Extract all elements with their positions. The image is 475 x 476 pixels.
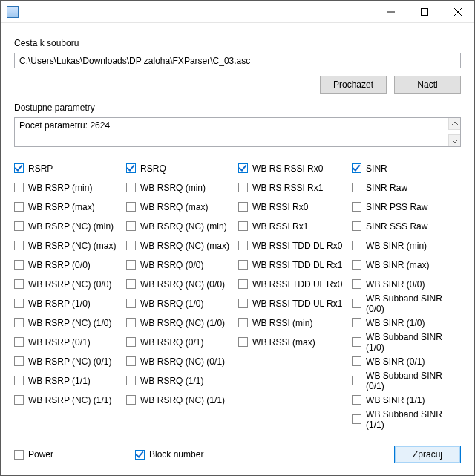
file-path-input[interactable]: C:\Users\Lukas\Downloads\DP zaloha\FXPar… <box>14 53 461 68</box>
browse-button[interactable]: Prochazet <box>320 76 387 94</box>
checkbox-box <box>352 279 361 289</box>
param-checkbox[interactable]: WB Subband SINR (1/0) <box>352 336 461 348</box>
param-checkbox[interactable]: WB RSRP (NC) (1/0) <box>14 316 120 329</box>
param-checkbox-label: WB Subband SINR (0/0) <box>366 293 461 314</box>
param-checkbox[interactable]: SINR Raw <box>352 181 461 194</box>
param-checkbox[interactable]: WB RSRQ (NC) (0/1) <box>126 355 232 368</box>
param-checkbox-label: WB RSRQ (max) <box>140 202 208 212</box>
load-button[interactable]: Nacti <box>394 76 461 94</box>
param-checkbox[interactable]: WB RSRQ (NC) (0/0) <box>126 278 232 290</box>
param-checkbox[interactable]: WB RSRP (NC) (1/1) <box>14 394 120 406</box>
checkbox-box <box>238 260 248 270</box>
param-checkbox-label: WB RSSI (max) <box>252 337 315 348</box>
param-checkbox-label: WB RS RSSI Rx0 <box>252 163 323 174</box>
param-checkbox[interactable]: WB RSRQ (0/0) <box>126 258 232 271</box>
block-number-checkbox[interactable]: Block number <box>135 449 203 461</box>
checkbox-box <box>14 202 24 212</box>
param-checkbox[interactable]: WB RSRQ (NC) (1/1) <box>126 394 232 406</box>
param-checkbox[interactable]: WB RSRQ (NC) (1/0) <box>126 316 232 329</box>
param-checkbox[interactable]: WB RSSI (max) <box>238 336 346 348</box>
param-checkbox[interactable]: WB RSSI TDD DL Rx0 <box>238 239 346 252</box>
checkbox-box <box>126 163 136 173</box>
checkbox-box <box>352 376 361 385</box>
param-column: WB RS RSSI Rx0WB RS RSSI Rx1WB RSSI Rx0W… <box>238 162 346 426</box>
checkbox-box <box>238 202 248 212</box>
param-checkbox[interactable]: WB RSRQ (1/0) <box>126 297 232 310</box>
param-checkbox[interactable]: WB RSRP (min) <box>14 181 120 194</box>
param-checkbox[interactable]: WB RSRP (max) <box>14 200 120 213</box>
param-checkbox[interactable]: WB RSSI Rx0 <box>238 200 346 213</box>
checkbox-box <box>238 221 248 231</box>
param-checkbox-label: WB RS RSSI Rx1 <box>252 183 323 193</box>
checkbox-box <box>14 337 24 347</box>
param-checkbox[interactable]: WB SINR (0/0) <box>352 278 461 290</box>
param-checkbox[interactable]: WB RSRQ (max) <box>126 200 232 213</box>
checkbox-box <box>14 163 24 173</box>
param-checkbox[interactable]: WB Subband SINR (1/1) <box>352 413 461 426</box>
scroll-down-button[interactable] <box>448 134 460 146</box>
param-checkbox[interactable]: WB RSSI TDD UL Rx1 <box>238 297 346 310</box>
param-checkbox[interactable]: WB RSRP (NC) (min) <box>14 220 120 232</box>
param-checkbox[interactable]: WB RSRP (1/1) <box>14 374 120 387</box>
param-checkbox[interactable]: WB SINR (0/1) <box>352 355 461 368</box>
param-checkbox[interactable]: WB RSRQ (1/1) <box>126 374 232 387</box>
param-checkbox[interactable]: WB RSRP (NC) (max) <box>14 239 120 252</box>
param-checkbox[interactable]: WB RSRQ (min) <box>126 181 232 194</box>
param-checkbox[interactable]: WB RSSI TDD DL Rx1 <box>238 258 346 271</box>
checkbox-box <box>14 260 24 270</box>
param-checkbox[interactable]: WB RS RSSI Rx1 <box>238 181 346 194</box>
checkbox-box <box>126 299 136 308</box>
power-checkbox[interactable]: Power <box>14 449 53 461</box>
param-checkbox[interactable]: WB RSSI Rx1 <box>238 220 346 232</box>
maximize-button[interactable] <box>407 1 441 22</box>
checkbox-box <box>126 356 136 366</box>
param-checkbox-label: SINR PSS Raw <box>366 202 428 212</box>
param-checkbox[interactable]: WB Subband SINR (0/1) <box>352 374 461 387</box>
checkbox-box <box>14 376 24 385</box>
param-checkbox[interactable]: WB RSRP (0/0) <box>14 258 120 271</box>
param-checkbox[interactable]: WB RSRP (1/0) <box>14 297 120 310</box>
minimize-button[interactable] <box>374 1 407 22</box>
param-checkbox[interactable]: SINR SSS Raw <box>352 220 461 232</box>
param-checkbox[interactable]: WB RSRP (0/1) <box>14 336 120 348</box>
checkbox-box <box>238 337 248 347</box>
checkbox-box <box>352 202 361 212</box>
param-checkbox[interactable]: WB SINR (1/0) <box>352 316 461 329</box>
param-checkbox[interactable]: WB RSRQ (NC) (max) <box>126 239 232 252</box>
checkbox-box <box>14 221 24 231</box>
block-number-checkbox-label: Block number <box>149 449 203 460</box>
param-checkbox-label: WB SINR (0/1) <box>366 356 425 367</box>
param-checkbox[interactable]: RSRQ <box>126 162 232 175</box>
param-checkbox[interactable]: WB RSRQ (NC) (min) <box>126 220 232 232</box>
svg-rect-1 <box>421 8 428 15</box>
param-checkbox[interactable]: WB SINR (max) <box>352 258 461 271</box>
param-checkbox[interactable]: WB RSRQ (0/1) <box>126 336 232 348</box>
param-checkbox[interactable]: WB SINR (1/1) <box>352 394 461 406</box>
checkbox-box <box>238 299 248 308</box>
param-checkbox[interactable]: WB RSRP (NC) (0/0) <box>14 278 120 290</box>
scroll-up-button[interactable] <box>448 118 460 130</box>
param-checkbox[interactable]: WB RSRP (NC) (0/1) <box>14 355 120 368</box>
param-checkbox[interactable]: WB RSSI TDD UL Rx0 <box>238 278 346 290</box>
param-checkbox[interactable]: WB RS RSSI Rx0 <box>238 162 346 175</box>
checkbox-box <box>352 221 361 231</box>
process-button[interactable]: Zpracuj <box>394 446 461 463</box>
param-checkbox[interactable]: WB Subband SINR (0/0) <box>352 297 461 310</box>
param-checkbox[interactable]: SINR <box>352 162 461 175</box>
param-count-box[interactable]: Pocet parametru: 2624 <box>14 117 461 147</box>
checkbox-box <box>126 395 136 405</box>
main-window: Cesta k souboru C:\Users\Lukas\Downloads… <box>0 0 475 476</box>
checkbox-box <box>352 395 361 405</box>
param-checkbox-label: WB SINR (max) <box>366 260 429 270</box>
checkbox-box <box>126 337 136 347</box>
checkbox-box <box>352 183 361 192</box>
checkbox-box <box>14 241 24 250</box>
param-checkbox[interactable]: WB RSSI (min) <box>238 316 346 329</box>
checkbox-box <box>14 279 24 289</box>
checkbox-box <box>135 450 145 460</box>
param-checkbox[interactable]: SINR PSS Raw <box>352 200 461 213</box>
close-button[interactable] <box>441 1 474 22</box>
bottom-buttons: Zpracuj <box>394 446 461 463</box>
param-checkbox[interactable]: WB SINR (min) <box>352 239 461 252</box>
param-checkbox[interactable]: RSRP <box>14 162 120 175</box>
